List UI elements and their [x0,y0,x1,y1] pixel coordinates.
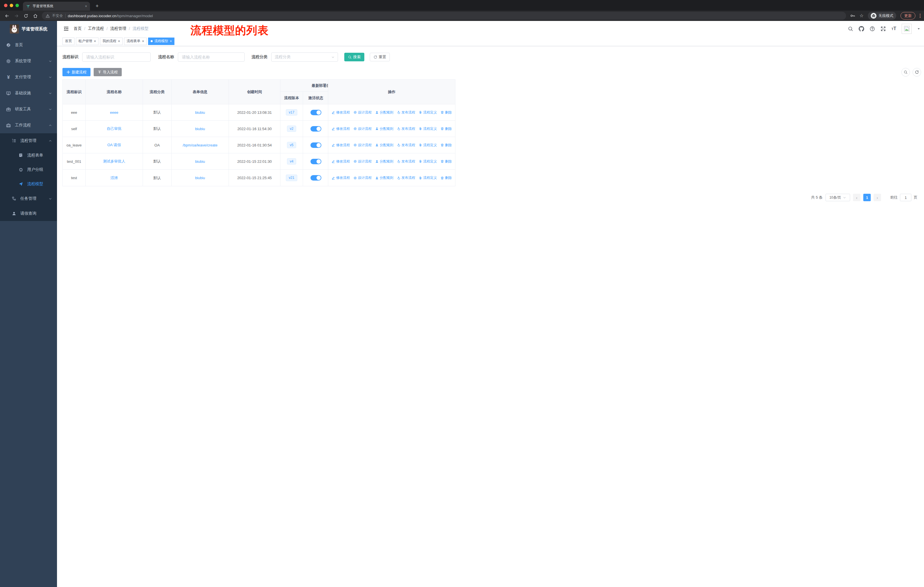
tag-process-form[interactable]: 流程表单× [124,38,147,45]
app-title: 芋道管理系统 [22,26,48,32]
tag-tenant[interactable]: 租户管理× [76,38,99,45]
form-info-link[interactable]: biubiu [195,127,205,131]
action-design-link[interactable]: 设计流程 [353,159,372,164]
filter-category-select[interactable]: 流程分类 [271,53,338,62]
filter-id-input[interactable] [82,53,151,62]
window-zoom-button[interactable] [15,4,19,7]
active-status-toggle[interactable] [310,159,322,164]
action-definition-link[interactable]: 流程定义 [419,159,437,164]
search-button[interactable]: 搜索 [344,53,364,61]
app-logo[interactable]: 芋道管理系统 [0,21,57,37]
action-publish-link[interactable]: 发布流程 [397,110,415,115]
sidebar-item-payment[interactable]: ¥支付管理 [0,69,57,85]
active-status-toggle[interactable] [310,142,322,148]
tag-my-process[interactable]: 我的流程× [100,38,122,45]
action-delete-link[interactable]: 删除 [441,110,452,115]
sidebar-item-leave-query[interactable]: 请假查询 [0,206,57,221]
sidebar-item-label: 研发工具 [15,107,31,112]
active-status-toggle[interactable] [310,126,322,132]
action-edit-link[interactable]: 修改流程 [332,175,350,180]
action-edit-link[interactable]: 修改流程 [332,159,350,164]
sidebar-item-workflow[interactable]: 工作流程 [0,117,57,133]
sidebar-item-process-form[interactable]: 流程表单 [0,148,57,162]
action-delete-link[interactable]: 删除 [441,175,452,180]
hamburger-icon[interactable] [63,26,69,31]
chevron-down-icon [49,197,52,200]
action-design-link[interactable]: 设计流程 [353,126,372,131]
window-minimize-button[interactable] [10,4,13,7]
close-icon[interactable]: × [142,40,144,43]
model-name-link[interactable]: 测试多审批人 [103,159,125,164]
tag-process-model[interactable]: 流程模型× [148,38,175,45]
address-bar[interactable]: 不安全 dashboard.yudao.iocoder.cn/bpm/manag… [42,12,462,20]
action-design-link[interactable]: 设计流程 [353,175,372,180]
action-publish-link[interactable]: 发布流程 [397,143,415,147]
sidebar-item-system[interactable]: 系统管理 [0,53,57,69]
action-definition-link[interactable]: 流程定义 [419,110,437,115]
breadcrumb-item[interactable]: 工作流程 [88,26,104,31]
action-publish-link[interactable]: 发布流程 [397,126,415,131]
action-assign-link[interactable]: 分配规则 [375,143,394,147]
form-info-link[interactable]: /bpm/oa/leave/create [183,143,218,147]
form-info-link[interactable]: biubiu [195,176,205,180]
active-status-toggle[interactable] [310,110,322,115]
browser-tab[interactable]: 芋道管理系统 × [23,2,90,11]
model-name-link[interactable]: 自己审批 [107,126,122,131]
home-icon[interactable] [33,13,38,18]
model-name-link[interactable]: 滔博 [111,175,118,180]
model-name-link[interactable]: OA 请假 [107,142,121,147]
created-time-cell: 2022-01-15 21:25:45 [229,170,280,186]
action-assign-link[interactable]: 分配规则 [375,175,394,180]
close-icon[interactable]: × [170,40,172,43]
reset-button[interactable]: 重置 [370,53,390,61]
form-info-link[interactable]: biubiu [195,110,205,115]
action-publish-link[interactable]: 发布流程 [397,175,415,180]
window-close-button[interactable] [4,4,7,7]
sidebar-item-process-admin[interactable]: 流程管理 [0,133,57,148]
action-assign-link[interactable]: 分配规则 [375,110,394,115]
sidebar-item-process-model[interactable]: 流程模型 [0,177,57,191]
action-definition-link[interactable]: 流程定义 [419,126,437,131]
tab-close-icon[interactable]: × [85,4,87,8]
close-icon[interactable]: × [118,40,120,43]
action-definition-link[interactable]: 流程定义 [419,143,437,147]
sidebar-item-devtools[interactable]: 研发工具 [0,101,57,117]
version-badge[interactable]: v4 [287,158,297,165]
breadcrumb-item[interactable]: 流程管理 [110,26,126,31]
sidebar-item-infra[interactable]: 基础设施 [0,85,57,101]
action-edit-link[interactable]: 修改流程 [332,126,350,131]
url-text: dashboard.yudao.iocoder.cn/bpm/manager/m… [68,14,153,18]
action-definition-link[interactable]: 流程定义 [419,175,437,180]
version-badge[interactable]: v2 [287,126,297,132]
close-icon[interactable]: × [94,40,96,43]
action-delete-link[interactable]: 删除 [441,159,452,164]
tag-home[interactable]: 首页 [63,38,74,45]
back-icon[interactable] [5,13,10,18]
forward-icon[interactable] [14,13,19,18]
version-badge[interactable]: v21 [286,175,297,181]
sidebar-item-task-admin[interactable]: 任务管理 [0,191,57,206]
filter-name-input[interactable] [178,53,244,62]
reload-icon[interactable] [23,13,28,18]
action-delete-link[interactable]: 删除 [441,126,452,131]
action-edit-link[interactable]: 修改流程 [332,143,350,147]
version-badge[interactable]: v17 [286,109,297,116]
model-name-link[interactable]: eeee [110,110,118,115]
action-delete-link[interactable]: 删除 [441,143,452,147]
flow-icon [12,196,16,201]
active-status-toggle[interactable] [310,175,322,180]
import-process-button[interactable]: 导入流程 [94,68,122,76]
sidebar-item-home[interactable]: 首页 [0,37,57,53]
breadcrumb-item[interactable]: 首页 [74,26,82,31]
version-badge[interactable]: v5 [287,142,297,148]
action-assign-link[interactable]: 分配规则 [375,159,394,164]
action-design-link[interactable]: 设计流程 [353,110,372,115]
action-design-link[interactable]: 设计流程 [353,143,372,147]
sidebar-item-user-group[interactable]: 用户分组 [0,162,57,177]
action-edit-link[interactable]: 修改流程 [332,110,350,115]
create-process-button[interactable]: 新建流程 [63,68,91,76]
new-tab-button[interactable]: + [93,2,101,10]
form-info-link[interactable]: biubiu [195,159,205,164]
action-assign-link[interactable]: 分配规则 [375,126,394,131]
action-publish-link[interactable]: 发布流程 [397,159,415,164]
